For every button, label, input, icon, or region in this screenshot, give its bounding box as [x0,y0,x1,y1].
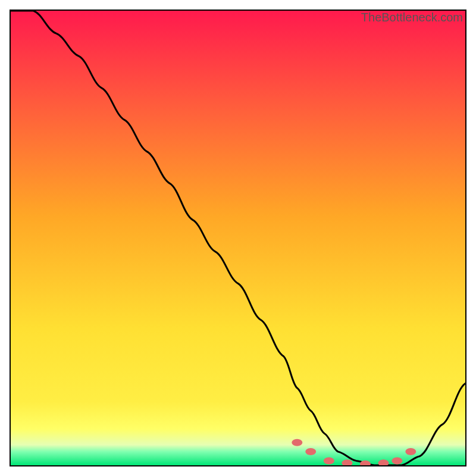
highlight-marker [392,457,402,464]
highlight-marker [292,439,302,446]
bottleneck-curve [11,11,465,465]
chart-frame: TheBottleneck.com [10,10,466,466]
highlight-marker [405,448,416,455]
chart-svg [11,11,465,465]
highlight-markers [292,439,416,465]
highlight-marker [305,448,316,455]
highlight-marker [342,459,352,465]
highlight-marker [324,457,334,464]
highlight-marker [378,459,389,465]
bottleneck-curve-path [11,11,465,465]
